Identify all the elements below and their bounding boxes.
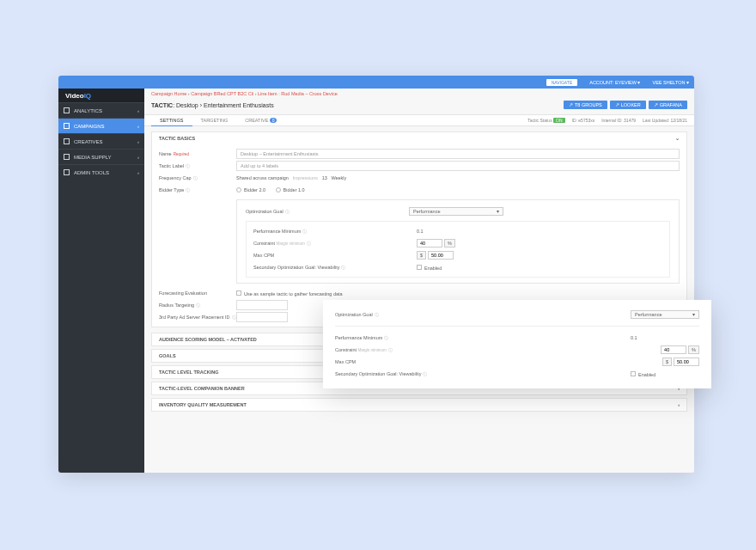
breadcrumb-link[interactable]: Rod Media – Cross Device xyxy=(281,91,337,96)
analytics-icon xyxy=(64,107,70,113)
tactic-label-input[interactable]: Add up to 4 labels xyxy=(236,161,680,171)
tab-creative[interactable]: CREATIVE0 xyxy=(236,115,285,125)
grafana-button[interactable]: ↗GRAFANA xyxy=(649,101,687,109)
forecast-checkbox[interactable] xyxy=(236,290,241,296)
info-icon[interactable]: ⓘ xyxy=(302,229,307,234)
page-title: TACTIC: Desktop › Entertainment Enthusia… xyxy=(151,102,274,108)
info-icon[interactable]: ⓘ xyxy=(388,347,393,352)
t8-groups-button[interactable]: ↗T8 GROUPS xyxy=(564,101,607,109)
sidebar-item-media-supply[interactable]: MEDIA SUPPLY‹ xyxy=(58,149,144,164)
info-icon[interactable]: ⓘ xyxy=(307,241,311,246)
info-icon[interactable]: ⓘ xyxy=(186,163,190,168)
info-icon[interactable]: ⓘ xyxy=(375,312,379,317)
info-icon[interactable]: ⓘ xyxy=(423,371,427,376)
constraint-input[interactable] xyxy=(417,239,442,248)
placement-id-input[interactable] xyxy=(236,312,288,322)
tab-targeting[interactable]: TARGETING xyxy=(192,115,237,125)
account-name: EYEVIEW ▾ xyxy=(615,80,641,85)
navigate-button[interactable]: NAVIGATE xyxy=(546,79,578,86)
optimization-goal-select[interactable]: Performance▾ xyxy=(409,207,503,216)
info-icon[interactable]: ⓘ xyxy=(232,315,236,320)
optimization-goal-select[interactable]: Performance▾ xyxy=(631,310,699,319)
chevron-left-icon: ‹ xyxy=(137,124,139,129)
maxcpm-input[interactable] xyxy=(674,358,699,366)
name-input[interactable]: Desktop – Entertainment Enthusiasts xyxy=(236,149,680,159)
top-bar: NAVIGATE ACCOUNT: EYEVIEW ▾ VEE SHELTON … xyxy=(58,76,694,89)
account-menu[interactable]: ACCOUNT: EYEVIEW ▾ xyxy=(589,80,640,85)
info-icon[interactable]: ⓘ xyxy=(341,265,345,270)
chevron-left-icon: ‹ xyxy=(137,139,139,144)
status-badge: ON xyxy=(553,118,565,123)
info-icon[interactable]: ⓘ xyxy=(193,175,198,180)
chevron-down-icon: ⌄ xyxy=(675,136,680,141)
info-icon[interactable]: ⓘ xyxy=(285,209,290,214)
media-icon xyxy=(64,154,70,160)
panel-inventory-quality[interactable]: INVENTORY QUALITY MEASUREMENT‹ xyxy=(151,398,687,412)
panel-header[interactable]: TACTIC BASICS⌄ xyxy=(152,132,686,144)
campaigns-icon xyxy=(64,123,70,129)
sidebar-item-creatives[interactable]: CREATIVES‹ xyxy=(58,133,144,149)
admin-icon xyxy=(64,169,70,175)
info-icon[interactable]: ⓘ xyxy=(384,335,388,340)
link-icon: ↗ xyxy=(569,102,573,107)
looker-button[interactable]: ↗LOOKER xyxy=(610,101,646,109)
logo: VideoIQ xyxy=(58,89,144,102)
tab-settings[interactable]: SETTINGS xyxy=(151,115,192,126)
chevron-down-icon: ▾ xyxy=(692,312,695,317)
maxcpm-input[interactable] xyxy=(428,251,454,260)
app-window: NAVIGATE ACCOUNT: EYEVIEW ▾ VEE SHELTON … xyxy=(58,76,694,473)
chevron-left-icon: ‹ xyxy=(137,155,139,160)
breadcrumb-text: Line Item xyxy=(258,91,277,96)
sidebar-item-campaigns[interactable]: CAMPAIGNS‹ xyxy=(58,118,144,133)
optimization-popover: Optimization Goalⓘ Performance▾ Performa… xyxy=(323,300,711,388)
bidder-20-radio[interactable]: Bidder 2.0 xyxy=(236,187,265,192)
breadcrumb-link[interactable]: Campaign BRed CPT B2C Cli xyxy=(191,91,253,96)
content-area: Campaign Home › Campaign BRed CPT B2C Cl… xyxy=(144,89,694,473)
chevron-left-icon: ‹ xyxy=(678,402,680,407)
breadcrumb: Campaign Home › Campaign BRed CPT B2C Cl… xyxy=(144,89,694,99)
tabs: SETTINGS TARGETING CREATIVE0 Tactic Stat… xyxy=(144,114,694,126)
radius-input[interactable] xyxy=(236,300,288,310)
link-icon: ↗ xyxy=(654,102,658,107)
chevron-left-icon: ‹ xyxy=(137,170,139,175)
sidebar-item-analytics[interactable]: ANALYTICS‹ xyxy=(58,102,144,118)
breadcrumb-link[interactable]: Campaign Home xyxy=(151,91,186,96)
enabled-checkbox[interactable] xyxy=(417,265,422,270)
enabled-checkbox[interactable] xyxy=(631,371,636,376)
sidebar-item-admin-tools[interactable]: ADMIN TOOLS‹ xyxy=(58,164,144,180)
panel-tactic-basics: TACTIC BASICS⌄ NameRequired Desktop – En… xyxy=(151,131,687,327)
chevron-left-icon: ‹ xyxy=(137,108,139,113)
creatives-icon xyxy=(64,138,70,144)
info-icon[interactable]: ⓘ xyxy=(196,302,200,308)
sidebar: VideoIQ ANALYTICS‹ CAMPAIGNS‹ CREATIVES‹… xyxy=(58,89,144,473)
user-menu[interactable]: VEE SHELTON ▾ xyxy=(652,80,689,85)
bidder-10-radio[interactable]: Bidder 1.0 xyxy=(276,187,305,192)
optimization-block: Optimization Goalⓘ Performance▾ Performa… xyxy=(236,199,680,284)
chevron-down-icon: ▾ xyxy=(497,209,499,214)
constraint-input[interactable] xyxy=(661,345,686,354)
account-label: ACCOUNT: xyxy=(589,80,613,85)
info-icon[interactable]: ⓘ xyxy=(186,187,190,192)
link-icon: ↗ xyxy=(615,102,619,107)
